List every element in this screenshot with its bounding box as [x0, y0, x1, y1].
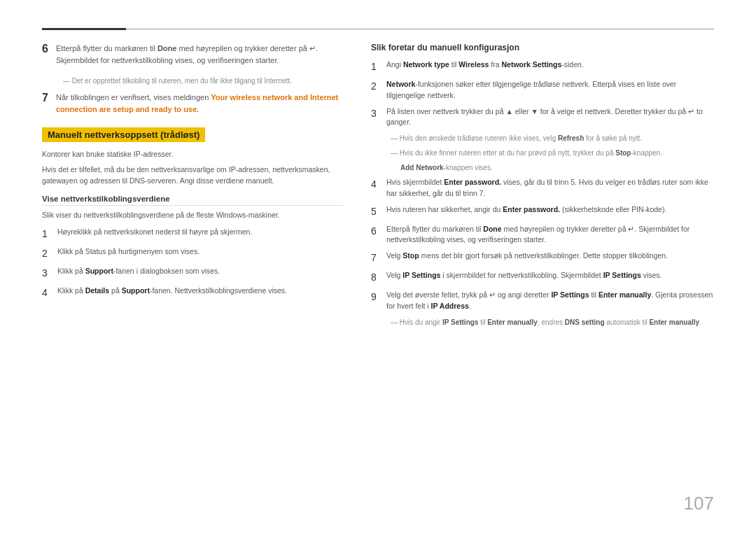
right-column: Slik foretar du manuell konfigurasjon 1 … [371, 43, 714, 506]
section-para-2: Hvis det er tilfellet, må du be den nett… [42, 164, 343, 187]
left-step-2-num: 2 [42, 246, 52, 261]
right-step-3-text: På listen over nettverk trykker du på ▲ … [386, 106, 714, 129]
step-6-note: Det er opprettet tilkobling til ruteren,… [56, 76, 343, 86]
right-step-6: 6 Etterpå flytter du markøren til Done m… [371, 224, 714, 246]
step-6-text: Etterpå flytter du markøren til Done med… [56, 43, 343, 66]
right-step-1-text: Angi Network type til Wireless fra Netwo… [386, 59, 714, 74]
right-steps-list: 1 Angi Network type til Wireless fra Net… [371, 59, 714, 128]
right-step-1-num: 1 [371, 59, 381, 74]
right-step-5-text: Hvis ruteren har sikkerhet, angir du Ent… [386, 204, 714, 219]
right-note-3b: Hvis du ikke finner ruteren etter at du … [391, 148, 714, 158]
right-note-3b-extra: Add Network-knappen vises. [400, 162, 714, 173]
right-step-4-num: 4 [371, 177, 381, 199]
left-step-4: 4 Klikk på Details på Support-fanen. Net… [42, 286, 343, 300]
right-step-6-num: 6 [371, 224, 381, 246]
left-step-2-text: Klikk på Status på hurtigmenyen som vise… [57, 246, 343, 261]
right-note-3a: Hvis den ønskede trådløse ruteren ikke v… [391, 133, 714, 143]
right-steps-list-2: 4 Hvis skjermbildet Enter password. vise… [371, 177, 714, 312]
right-step-4: 4 Hvis skjermbildet Enter password. vise… [371, 177, 714, 199]
top-rule [42, 28, 714, 30]
step-7-text: Når tilkoblingen er verifisert, vises me… [56, 92, 343, 115]
right-step-9-text: Velg det øverste feltet, trykk på ↵ og a… [386, 290, 714, 312]
right-step-2-text: Network-funksjonen søker etter tilgjenge… [386, 79, 714, 101]
right-step-8-num: 8 [371, 270, 381, 285]
left-step-1: 1 Høyreklikk på nettverksikonet nederst … [42, 227, 343, 241]
section-para-1: Kontorer kan bruke statiske IP-adresser. [42, 149, 343, 160]
left-step-2: 2 Klikk på Status på hurtigmenyen som vi… [42, 246, 343, 261]
right-step-2-num: 2 [371, 79, 381, 101]
right-step-7-text: Velg Stop mens det blir gjort forsøk på … [386, 251, 714, 265]
right-step-5-num: 5 [371, 204, 381, 219]
step-6: 6 Etterpå flytter du markøren til Done m… [42, 43, 343, 66]
right-step-9-num: 9 [371, 290, 381, 312]
left-step-4-num: 4 [42, 286, 52, 300]
right-step-1: 1 Angi Network type til Wireless fra Net… [371, 59, 714, 74]
right-step-6-text: Etterpå flytter du markøren til Done med… [386, 224, 714, 246]
right-step-8-text: Velg IP Settings i skjermbildet for nett… [386, 270, 714, 285]
step-7: 7 Når tilkoblingen er verifisert, vises … [42, 92, 343, 115]
left-step-3: 3 Klikk på Support-fanen i dialogboksen … [42, 266, 343, 281]
right-step-7-num: 7 [371, 251, 381, 265]
right-step-8: 8 Velg IP Settings i skjermbildet for ne… [371, 270, 714, 285]
left-step-1-num: 1 [42, 227, 52, 241]
left-step-1-text: Høyreklikk på nettverksikonet nederst ti… [57, 227, 343, 241]
right-note-final: Hvis du angir IP Settings til Enter manu… [391, 317, 714, 328]
top-rule-dark [42, 28, 126, 30]
left-column: 6 Etterpå flytter du markøren til Done m… [42, 43, 343, 506]
right-step-7: 7 Velg Stop mens det blir gjort forsøk p… [371, 251, 714, 265]
step-7-number: 7 [42, 92, 48, 104]
page-number: 107 [684, 493, 714, 514]
step-6-number: 6 [42, 43, 48, 55]
left-step-3-num: 3 [42, 266, 52, 281]
right-step-9: 9 Velg det øverste feltet, trykk på ↵ og… [371, 290, 714, 312]
top-rule-light [126, 29, 714, 29]
right-step-4-text: Hvis skjermbildet Enter password. vises,… [386, 177, 714, 199]
right-step-3: 3 På listen over nettverk trykker du på … [371, 106, 714, 129]
right-step-5: 5 Hvis ruteren har sikkerhet, angir du E… [371, 204, 714, 219]
right-step-2: 2 Network-funksjonen søker etter tilgjen… [371, 79, 714, 101]
subsection-para: Slik viser du nettverkstilkoblingsverdie… [42, 210, 343, 221]
right-step-3-num: 3 [371, 106, 381, 129]
left-step-4-text: Klikk på Details på Support-fanen. Nettv… [57, 286, 343, 300]
left-step-3-text: Klikk på Support-fanen i dialogboksen so… [57, 266, 343, 281]
right-subsection-title: Slik foretar du manuell konfigurasjon [371, 43, 714, 52]
section-title-manual: Manuelt nettverksoppsett (trådløst) [42, 127, 205, 142]
left-steps-list: 1 Høyreklikk på nettverksikonet nederst … [42, 227, 343, 300]
subsection-title-view: Vise nettverkstilkoblingsverdiene [42, 195, 343, 206]
